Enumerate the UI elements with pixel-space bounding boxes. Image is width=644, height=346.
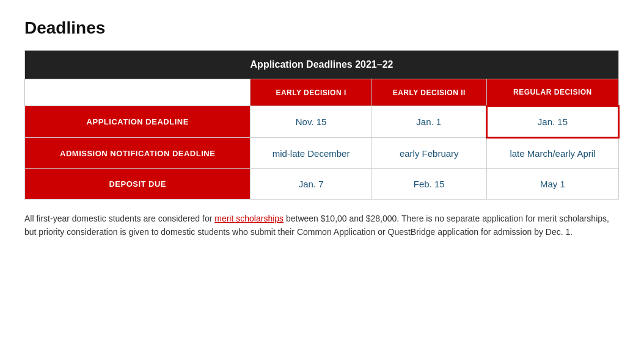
table-row: ADMISSION NOTIFICATION DEADLINEmid-late … xyxy=(25,138,619,169)
page-title: Deadlines xyxy=(24,18,620,38)
row-label-0: APPLICATION DEADLINE xyxy=(25,106,251,138)
table-row: APPLICATION DEADLINENov. 15Jan. 1Jan. 15 xyxy=(25,106,619,138)
row-ed2-1: early February xyxy=(371,138,486,169)
row-ed2-2: Feb. 15 xyxy=(371,169,486,200)
row-ed1-1: mid-late December xyxy=(251,138,371,169)
row-ed1-2: Jan. 7 xyxy=(251,169,371,200)
footer-text-before-link: All first-year domestic students are con… xyxy=(24,214,214,223)
row-rd-1: late March/early April xyxy=(486,138,618,169)
row-ed1-0: Nov. 15 xyxy=(251,106,371,138)
col-header-rd: REGULAR DECISION xyxy=(486,79,618,106)
col-header-ed1: EARLY DECISION I xyxy=(251,79,371,106)
row-label-2: DEPOSIT DUE xyxy=(25,169,251,200)
row-rd-2: May 1 xyxy=(486,169,618,200)
deadlines-table: Application Deadlines 2021–22 EARLY DECI… xyxy=(24,50,620,200)
col-header-empty xyxy=(25,79,251,106)
row-label-1: ADMISSION NOTIFICATION DEADLINE xyxy=(25,138,251,169)
row-rd-0: Jan. 15 xyxy=(486,106,618,138)
col-header-ed2: EARLY DECISION II xyxy=(371,79,486,106)
column-header-row: EARLY DECISION I EARLY DECISION II REGUL… xyxy=(25,79,619,106)
table-caption: Application Deadlines 2021–22 xyxy=(25,51,619,79)
table-row: DEPOSIT DUEJan. 7Feb. 15May 1 xyxy=(25,169,619,200)
footer-paragraph: All first-year domestic students are con… xyxy=(24,212,620,239)
merit-scholarships-link[interactable]: merit scholarships xyxy=(214,214,284,223)
row-ed2-0: Jan. 1 xyxy=(371,106,486,138)
